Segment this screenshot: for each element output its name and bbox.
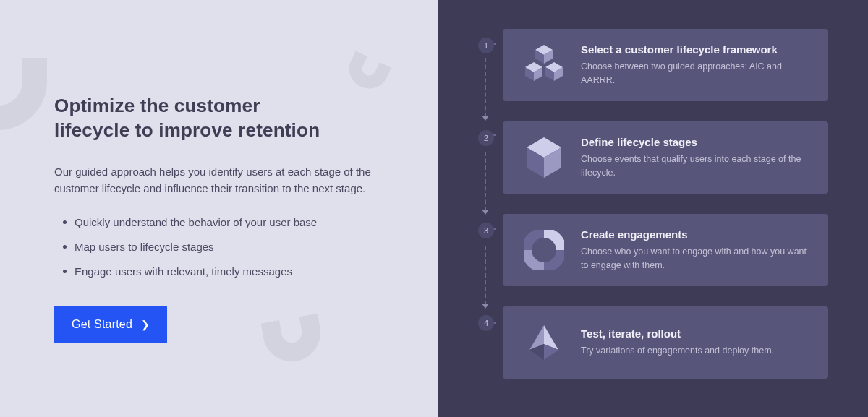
decor-u-icon <box>260 314 325 366</box>
step-card: 2 Define lifecycle stages Choose events … <box>503 121 828 194</box>
chevron-right-icon: ❯ <box>141 319 150 330</box>
donut-chart-icon <box>520 230 568 270</box>
feature-item: Engage users with relevant, timely messa… <box>64 263 387 280</box>
step-subtitle: Try variations of engagements and deploy… <box>581 344 811 357</box>
step-card: 1 <box>503 29 828 101</box>
step-text: Define lifecycle stages Choose events th… <box>568 136 811 179</box>
step-title: Define lifecycle stages <box>581 136 811 148</box>
step-title: Create engagements <box>581 228 811 241</box>
paper-plane-icon <box>520 322 568 363</box>
step-number-badge: 3 <box>478 223 494 238</box>
page-title-line: Optimize the customer <box>54 95 260 116</box>
step-text: Select a customer lifecycle framework Ch… <box>568 43 811 86</box>
step-subtitle: Choose events that qualify users into ea… <box>581 152 811 179</box>
step-text: Create engagements Choose who you want t… <box>568 228 811 271</box>
step-subtitle: Choose who you want to engage with and h… <box>581 245 811 271</box>
page-description: Our guided approach helps you identify u… <box>54 163 387 197</box>
page-title-line: lifecycle to improve retention <box>54 119 320 141</box>
page-title: Optimize the customer lifecycle to impro… <box>54 94 387 143</box>
step-subtitle: Choose between two guided approaches: AI… <box>581 60 811 86</box>
hero-panel: Optimize the customer lifecycle to impro… <box>0 0 438 417</box>
cube-icon <box>520 136 568 179</box>
step-number-badge: 4 <box>478 315 494 331</box>
landing-container: Optimize the customer lifecycle to impro… <box>0 0 868 417</box>
steps-panel: 1 <box>438 0 868 417</box>
feature-list: Quickly understand the behavior of your … <box>64 214 387 280</box>
steps-list: 1 <box>503 29 828 379</box>
decor-u-icon <box>343 51 392 95</box>
step-text: Test, iterate, rollout Try variations of… <box>568 327 811 357</box>
step-card: 3 Create engagements Choose who you want… <box>503 214 828 286</box>
step-title: Select a customer lifecycle framework <box>581 43 811 56</box>
step-card: 4 Test, iterate, rollout Try variations … <box>503 306 828 379</box>
cubes-icon <box>520 45 568 85</box>
step-number-badge: 2 <box>478 130 494 146</box>
feature-item: Map users to lifecycle stages <box>64 238 387 256</box>
feature-item: Quickly understand the behavior of your … <box>64 214 387 231</box>
step-number-badge: 1 <box>478 38 494 53</box>
decor-u-icon <box>0 58 47 130</box>
get-started-button[interactable]: Get Started ❯ <box>54 306 167 343</box>
cta-label: Get Started <box>72 318 132 331</box>
step-title: Test, iterate, rollout <box>581 327 811 340</box>
